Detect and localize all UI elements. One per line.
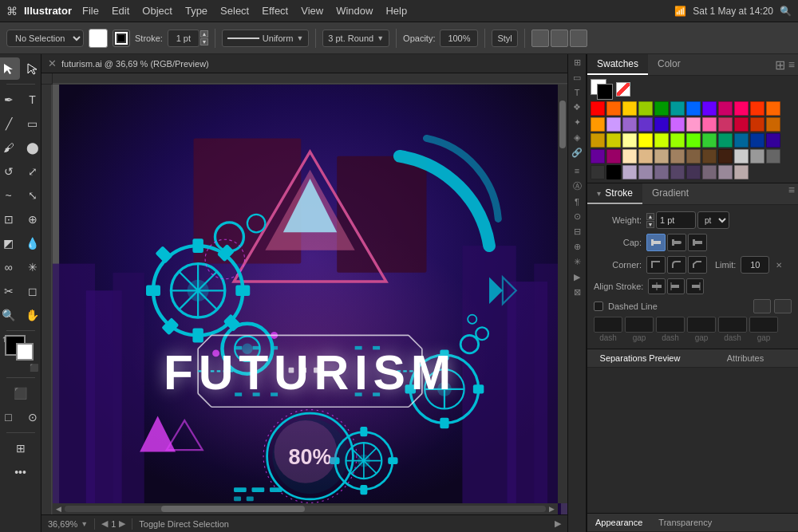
swatch-item[interactable] [654, 133, 669, 148]
swatch-item[interactable] [638, 133, 653, 148]
swatch-item[interactable] [734, 165, 749, 179]
menu-object[interactable]: Object [136, 3, 178, 18]
swatch-item[interactable] [686, 117, 701, 132]
scroll-thumb-x[interactable] [161, 506, 306, 512]
eraser-tool[interactable]: ◻ [22, 280, 42, 302]
para-icon[interactable]: ¶ [575, 197, 579, 207]
gradient-tab[interactable]: Gradient [642, 183, 698, 204]
libraries-icon[interactable]: ◈ [574, 132, 580, 143]
gap-input-1[interactable] [625, 317, 654, 333]
weight-unit-select[interactable]: pt [697, 211, 729, 229]
zoom-dropdown-arrow[interactable]: ▼ [81, 520, 88, 528]
scroll-left-arrow[interactable]: ◀ [56, 505, 61, 513]
swatches-menu-icon[interactable]: ≡ [788, 58, 795, 71]
asset-icon[interactable]: ❖ [573, 102, 581, 112]
swatch-item[interactable] [734, 133, 749, 148]
swatch-item[interactable] [638, 101, 653, 116]
swatch-item[interactable] [622, 149, 637, 164]
weight-input[interactable] [656, 211, 696, 229]
menu-help[interactable]: Help [380, 3, 413, 18]
zoom-tool[interactable]: 🔍 [0, 304, 20, 326]
swatch-item[interactable] [591, 133, 605, 148]
align-icon[interactable]: ⊟ [574, 227, 581, 237]
round-dropdown[interactable]: 3 pt. Round ▼ [322, 30, 389, 47]
layers-icon[interactable]: ⊞ [574, 57, 581, 68]
swatch-item[interactable] [766, 149, 780, 164]
swatch-none[interactable] [616, 82, 630, 97]
scroll-thumb-y[interactable] [559, 100, 566, 148]
pen-tool[interactable]: ✒ [0, 89, 20, 111]
play-icon[interactable]: ▶ [574, 272, 580, 282]
align-inside[interactable] [667, 278, 685, 294]
stroke-up-arrow[interactable]: ▲ [200, 30, 208, 37]
swatch-item[interactable] [606, 149, 621, 164]
link-icon[interactable]: 🔗 [571, 148, 583, 158]
swatch-item[interactable] [734, 149, 749, 164]
separations-tab[interactable]: Separations Preview [587, 349, 693, 367]
stroke-color-box[interactable] [16, 343, 34, 361]
page-next-arrow[interactable]: ▶ [119, 518, 125, 529]
transform-icon[interactable]: ⊙ [574, 211, 581, 222]
corner-miter[interactable] [646, 256, 666, 274]
menu-file[interactable]: File [77, 3, 105, 18]
blend-tool[interactable]: ∞ [0, 256, 20, 278]
swatch-item[interactable] [686, 149, 701, 164]
opacity-input[interactable]: 100% [440, 30, 478, 47]
uniform-dropdown[interactable]: Uniform ▼ [222, 30, 309, 47]
default-colors-icon[interactable]: ⬛ [30, 364, 38, 372]
scroll-right-arrow[interactable]: ▶ [549, 505, 555, 513]
normal-mode[interactable]: □ [0, 406, 20, 428]
properties-icon[interactable]: ≡ [575, 166, 579, 175]
swatch-item[interactable] [702, 117, 717, 132]
stroke-tab[interactable]: ▾ Stroke [587, 183, 642, 204]
brush-icon[interactable]: ✦ [574, 117, 581, 128]
swatch-item[interactable] [702, 149, 717, 164]
swatch-item[interactable] [670, 117, 685, 132]
rect-tool[interactable]: ▭ [22, 112, 42, 135]
dashed-line-checkbox[interactable] [594, 301, 603, 311]
color-tab[interactable]: Color [648, 54, 690, 75]
dash-pattern-2[interactable] [774, 299, 792, 313]
dash-pattern-1[interactable] [753, 299, 771, 313]
swatches-grid-icon[interactable]: ⊞ [775, 57, 785, 73]
align-btn-3[interactable] [570, 30, 587, 47]
swatch-item[interactable] [622, 117, 637, 132]
swatch-item[interactable] [606, 133, 621, 148]
swatch-item[interactable] [670, 149, 685, 164]
scale-tool[interactable]: ⤢ [22, 160, 42, 183]
swatch-item[interactable] [622, 165, 637, 179]
stroke-panel-menu[interactable]: ≡ [785, 183, 798, 204]
swatch-item[interactable] [718, 165, 733, 179]
swatch-item[interactable] [718, 101, 733, 116]
swatch-item[interactable] [718, 149, 733, 164]
swatch-item[interactable] [766, 101, 780, 116]
swatch-item[interactable] [766, 117, 780, 132]
page-prev-arrow[interactable]: ◀ [101, 518, 108, 529]
menu-window[interactable]: Window [330, 3, 378, 18]
gap-input-2[interactable] [687, 317, 716, 333]
swatch-item[interactable] [766, 133, 780, 148]
scroll-track-x[interactable] [65, 506, 546, 512]
weight-up[interactable]: ▲ [646, 213, 654, 220]
swatch-item[interactable] [591, 117, 605, 132]
text-icon[interactable]: T [575, 88, 580, 97]
dash-input-3[interactable] [718, 317, 747, 333]
gap-input-3[interactable] [749, 317, 778, 333]
stroke-value-input[interactable]: 1 pt [168, 30, 200, 47]
swatches-tab[interactable]: Swatches [587, 54, 648, 75]
cap-square[interactable] [688, 234, 707, 251]
swatch-item[interactable] [750, 101, 764, 116]
appearance-tab[interactable]: Appearance [587, 514, 650, 531]
align-outside[interactable] [686, 278, 704, 294]
swatch-item[interactable] [750, 133, 764, 148]
pathfinder-icon[interactable]: ⊕ [574, 242, 581, 252]
swatch-item[interactable] [686, 165, 701, 179]
draw-inside[interactable]: ⊙ [22, 406, 42, 428]
gradient-tool[interactable]: ◩ [0, 232, 20, 254]
swatch-item[interactable] [670, 165, 685, 179]
hand-tool[interactable]: ✋ [22, 304, 42, 326]
stroke-down-arrow[interactable]: ▼ [200, 38, 208, 45]
fill-swatch[interactable] [89, 29, 108, 48]
search-icon[interactable]: 🔍 [780, 6, 792, 17]
align-center[interactable] [648, 278, 666, 294]
